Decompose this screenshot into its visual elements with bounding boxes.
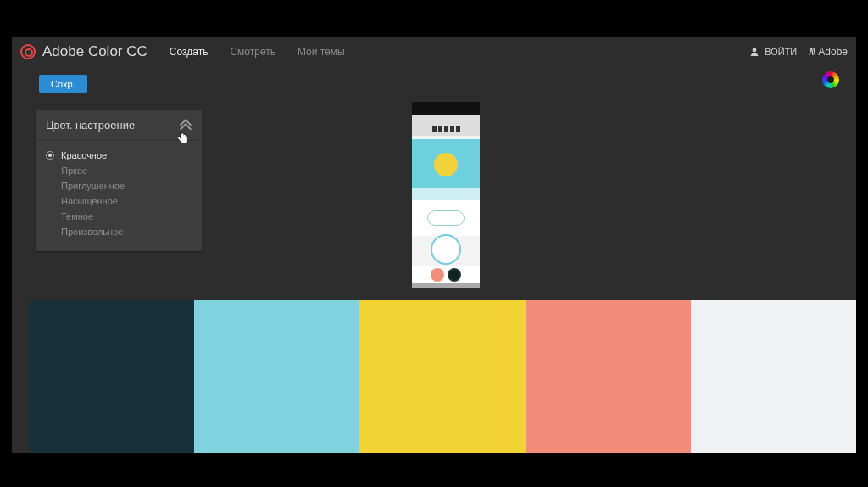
brand-title: Adobe Color CC bbox=[42, 43, 147, 60]
palette-swatch[interactable] bbox=[691, 300, 856, 453]
mood-option-label: Приглушенное bbox=[61, 181, 125, 191]
mood-option[interactable]: Произвольное bbox=[36, 224, 202, 239]
mood-option[interactable]: Насыщенное bbox=[36, 193, 202, 209]
mood-option-label: Темное bbox=[61, 211, 93, 221]
login-button[interactable]: ВОЙТИ bbox=[749, 47, 797, 57]
mood-option-label: Красочное bbox=[61, 150, 107, 160]
image-preview[interactable] bbox=[412, 102, 480, 288]
mood-option[interactable]: Темное bbox=[36, 209, 202, 224]
main-nav: Создать Смотреть Мои темы bbox=[170, 46, 345, 58]
mood-option[interactable]: Яркое bbox=[36, 163, 202, 178]
adobe-link[interactable]: /\\ Adobe bbox=[809, 46, 848, 58]
mood-option-label: Яркое bbox=[61, 165, 87, 176]
nav-create[interactable]: Создать bbox=[170, 46, 209, 58]
palette-swatch[interactable] bbox=[194, 300, 359, 453]
collapse-icon bbox=[180, 120, 192, 132]
adobe-label: Adobe bbox=[818, 46, 848, 58]
nav-explore[interactable]: Смотреть bbox=[230, 46, 275, 58]
mood-panel-title: Цвет. настроение bbox=[46, 119, 135, 132]
user-icon bbox=[749, 47, 760, 57]
color-wheel-icon[interactable] bbox=[822, 71, 839, 88]
radio-icon bbox=[46, 151, 54, 160]
palette-swatch[interactable] bbox=[526, 300, 691, 453]
svg-point-0 bbox=[753, 48, 757, 53]
palette-strip bbox=[29, 300, 856, 453]
color-mood-panel: Цвет. настроение КрасочноеЯркоеПриглушен… bbox=[36, 110, 202, 251]
palette-swatch[interactable] bbox=[359, 300, 525, 453]
login-label: ВОЙТИ bbox=[765, 47, 797, 57]
toolbar-row: Сохр. bbox=[12, 66, 856, 105]
mood-options-list: КрасочноеЯркоеПриглушенноеНасыщенноеТемн… bbox=[36, 141, 202, 251]
mood-option[interactable]: Красочное bbox=[36, 148, 202, 163]
mood-option-label: Насыщенное bbox=[61, 196, 118, 206]
top-bar: Adobe Color CC Создать Смотреть Мои темы… bbox=[12, 37, 856, 66]
mood-panel-header[interactable]: Цвет. настроение bbox=[36, 110, 202, 141]
app-window: Adobe Color CC Создать Смотреть Мои темы… bbox=[12, 37, 856, 453]
palette-swatch[interactable] bbox=[29, 300, 194, 453]
mood-option-label: Произвольное bbox=[61, 227, 123, 237]
nav-mythemes[interactable]: Мои темы bbox=[298, 46, 345, 58]
adobe-logo-icon: /\\ bbox=[809, 46, 815, 58]
mood-option[interactable]: Приглушенное bbox=[36, 178, 202, 193]
app-logo-icon bbox=[20, 44, 36, 59]
save-button[interactable]: Сохр. bbox=[39, 75, 87, 93]
